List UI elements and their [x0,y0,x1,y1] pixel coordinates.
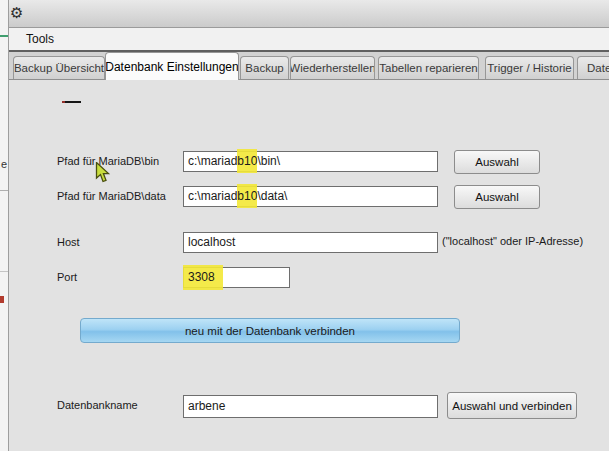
label-port: Port [57,271,77,283]
dbname-input[interactable]: arbene [183,395,438,418]
path-data-value-highlight: b10 [237,184,257,208]
host-value: localhost [188,235,235,249]
sliver-divider [0,190,8,191]
port-input[interactable]: 3308 [183,267,290,288]
label-host: Host [57,236,80,248]
path-data-value-post: \data\ [257,189,287,203]
path-bin-input[interactable]: c:\mariadb10\bin\ [183,151,438,172]
menubar: Tools [9,28,609,52]
tab-tabellen-reparieren[interactable]: Tabellen reparieren [378,56,479,79]
label-path-data: Pfad für MariaDB\data [57,190,166,202]
tab-wiederherstellen[interactable]: Wiederherstellen [290,56,375,79]
tab-datenbank-einstellungen[interactable]: Datenbank Einstellungen [105,52,239,80]
path-data-value-pre: c:\mariad [188,189,237,203]
label-dbname: Datenbankname [57,399,138,411]
path-bin-value-highlight: b10 [237,149,257,173]
mouse-cursor-icon [95,162,113,188]
sliver-green-line [0,35,8,37]
path-data-input[interactable]: c:\mariadb10\data\ [183,186,438,207]
sliver-divider [0,271,8,272]
dbname-value: arbene [188,399,225,413]
dash-artifact [62,101,81,103]
auswahl-bin-button[interactable]: Auswahl [454,150,540,174]
tab-backup-uebersicht[interactable]: Backup Übersicht [13,56,105,79]
host-input[interactable]: localhost [183,232,438,253]
gear-icon: ⚙ [10,4,23,22]
connect-database-button[interactable]: neu mit der Datenbank verbinden [80,318,460,343]
host-note: ("localhost" oder IP-Adresse) [442,235,583,247]
page: e ⚙ Tools Backup Übersicht Datenbank Ein… [0,0,609,451]
tab-backup[interactable]: Backup [240,56,289,79]
tab-trigger-historie[interactable]: Trigger / Historie [485,56,574,79]
menu-tools[interactable]: Tools [22,28,58,50]
auswahl-verbinden-button[interactable]: Auswahl und verbinden [447,392,577,419]
sliver-text-fragment: e [1,158,7,170]
path-bin-value-post: \bin\ [257,154,280,168]
path-bin-value-pre: c:\mariad [188,154,237,168]
tab-daten[interactable]: Daten [577,56,609,79]
window-titlebar [9,0,609,28]
port-value-highlight: 3308 [183,265,223,290]
sliver-red-mark [0,296,4,303]
auswahl-data-button[interactable]: Auswahl [454,185,540,209]
